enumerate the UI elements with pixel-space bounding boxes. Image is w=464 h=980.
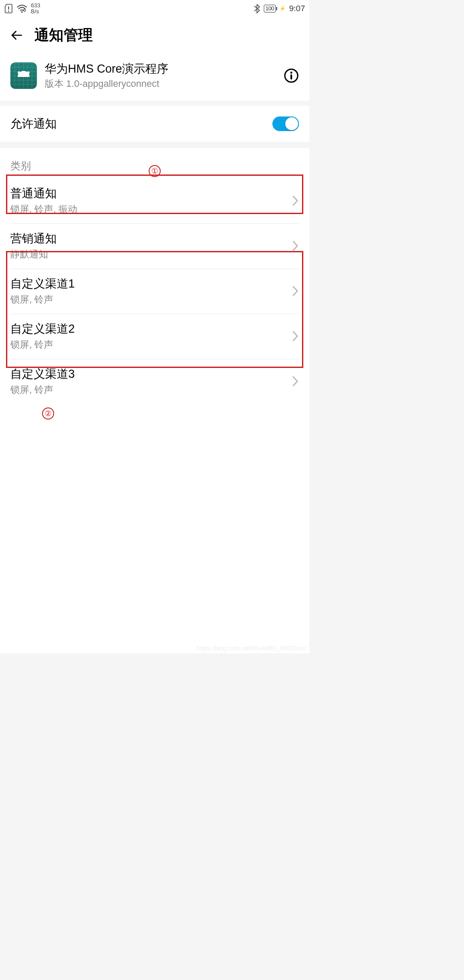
title-bar: 通知管理 — [0, 17, 309, 53]
svg-rect-7 — [290, 74, 292, 80]
wifi-icon — [16, 4, 27, 13]
svg-point-2 — [21, 11, 23, 13]
svg-point-6 — [290, 72, 293, 74]
allow-notifications-row[interactable]: 允许通知 — [0, 106, 309, 142]
status-right: 100 ⚡ 9:07 — [253, 3, 305, 14]
category-item[interactable]: 营销通知 静默通知 — [10, 224, 299, 269]
net-speed-unit: B/s — [31, 9, 40, 15]
status-bar: 633 B/s 100 ⚡ 9:07 — [0, 0, 309, 17]
allow-notifications-toggle[interactable] — [272, 116, 299, 131]
network-speed: 633 B/s — [31, 3, 40, 14]
category-subtitle: 锁屏, 铃声 — [10, 383, 291, 396]
page-title: 通知管理 — [34, 25, 93, 45]
net-speed-value: 633 — [31, 3, 40, 9]
categories-label: 类别 — [10, 159, 31, 173]
annotation-marker-2: ② — [42, 407, 54, 420]
category-subtitle: 静默通知 — [10, 248, 291, 261]
clock: 9:07 — [289, 4, 305, 13]
app-name: 华为HMS Core演示程序 — [45, 61, 276, 77]
category-item[interactable]: 自定义渠道3 锁屏, 铃声 — [10, 359, 299, 404]
svg-point-4 — [27, 71, 30, 74]
category-title: 自定义渠道2 — [10, 321, 291, 337]
charging-icon: ⚡ — [279, 6, 286, 12]
chevron-right-icon — [291, 285, 299, 297]
categories-section: 类别 ① 普通通知 锁屏, 铃声, 振动 营销通知 静默通知 自定义渠道1 锁屏… — [0, 148, 309, 653]
category-item[interactable]: 普通通知 锁屏, 铃声, 振动 — [10, 179, 299, 224]
category-list: 普通通知 锁屏, 铃声, 振动 营销通知 静默通知 自定义渠道1 锁屏, 铃声 … — [0, 179, 309, 404]
svg-point-1 — [8, 11, 9, 12]
back-button[interactable] — [10, 29, 23, 42]
app-version: 版本 1.0-appgalleryconnect — [45, 77, 276, 90]
category-subtitle: 锁屏, 铃声 — [10, 293, 291, 306]
category-title: 自定义渠道1 — [10, 276, 291, 291]
category-title: 营销通知 — [10, 231, 291, 246]
category-item[interactable]: 自定义渠道1 锁屏, 铃声 — [10, 269, 299, 314]
chevron-right-icon — [291, 330, 299, 342]
chevron-right-icon — [291, 195, 299, 207]
allow-notifications-label: 允许通知 — [10, 116, 272, 132]
category-title: 自定义渠道3 — [10, 366, 291, 382]
category-title: 普通通知 — [10, 186, 291, 201]
bluetooth-icon — [253, 3, 260, 14]
category-subtitle: 锁屏, 铃声 — [10, 338, 291, 351]
battery-indicator: 100 — [264, 5, 276, 12]
chevron-right-icon — [291, 240, 299, 252]
categories-header: 类别 ① — [0, 148, 309, 179]
annotation-marker-1: ① — [149, 165, 161, 177]
svg-point-3 — [18, 71, 20, 74]
app-icon — [10, 62, 37, 89]
info-button[interactable] — [284, 68, 299, 83]
app-meta: 华为HMS Core演示程序 版本 1.0-appgalleryconnect — [45, 61, 276, 90]
category-item[interactable]: 自定义渠道2 锁屏, 铃声 — [10, 314, 299, 359]
chevron-right-icon — [291, 375, 299, 387]
category-subtitle: 锁屏, 铃声, 振动 — [10, 203, 291, 216]
app-header-row: 华为HMS Core演示程序 版本 1.0-appgalleryconnect — [0, 53, 309, 101]
status-left: 633 B/s — [4, 3, 253, 14]
sim-alert-icon — [4, 3, 13, 14]
watermark: https://blog.csdn.net/HUAWEI_HMSCore — [197, 645, 306, 652]
